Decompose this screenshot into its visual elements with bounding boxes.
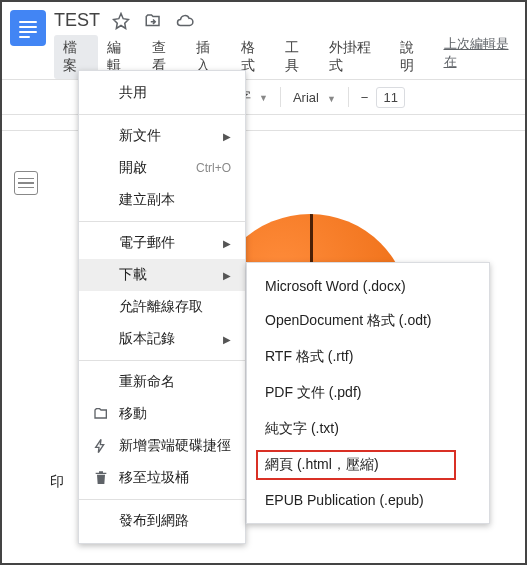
download-html[interactable]: 網頁 (.html，壓縮) [247,447,489,483]
menu-item-new[interactable]: 新文件▶ [79,120,245,152]
download-submenu: Microsoft Word (.docx) OpenDocument 格式 (… [246,262,490,524]
menu-item-offline[interactable]: 允許離線存取 [79,291,245,323]
menu-item-email[interactable]: 電子郵件▶ [79,227,245,259]
download-txt[interactable]: 純文字 (.txt) [247,411,489,447]
menu-item-publish[interactable]: 發布到網路 [79,505,245,537]
menu-item-move[interactable]: 移動 [79,398,245,430]
file-menu-dropdown: 共用 新文件▶ 開啟Ctrl+O 建立副本 電子郵件▶ 下載▶ 允許離線存取 版… [78,70,246,544]
download-rtf[interactable]: RTF 格式 (.rtf) [247,339,489,375]
font-size-input[interactable]: 11 [376,87,404,108]
download-docx[interactable]: Microsoft Word (.docx) [247,269,489,303]
move-icon[interactable] [144,12,162,30]
menu-tools[interactable]: 工具 [276,35,320,79]
document-title[interactable]: TEST [54,10,100,31]
menu-item-share[interactable]: 共用 [79,77,245,109]
menu-item-open[interactable]: 開啟Ctrl+O [79,152,245,184]
trash-icon [93,470,113,486]
download-epub[interactable]: EPUB Publication (.epub) [247,483,489,517]
download-pdf[interactable]: PDF 文件 (.pdf) [247,375,489,411]
star-icon[interactable] [112,12,130,30]
folder-move-icon [93,406,113,422]
last-edit-link[interactable]: 上次編輯是在 [444,35,518,79]
menu-item-trash[interactable]: 移至垃圾桶 [79,462,245,494]
menu-addons[interactable]: 外掛程式 [320,35,391,79]
menu-item-make-copy[interactable]: 建立副本 [79,184,245,216]
outline-icon[interactable] [14,171,38,195]
menu-item-download[interactable]: 下載▶ [79,259,245,291]
drive-shortcut-icon [93,438,113,454]
docs-logo[interactable] [10,10,46,46]
menu-help[interactable]: 說明 [391,35,435,79]
cloud-icon[interactable] [176,12,194,30]
menu-item-add-shortcut[interactable]: 新增雲端硬碟捷徑 [79,430,245,462]
menu-item-version-history[interactable]: 版本記錄▶ [79,323,245,355]
menu-item-rename[interactable]: 重新命名 [79,366,245,398]
font-selector[interactable]: Arial▼ [289,90,340,105]
download-odt[interactable]: OpenDocument 格式 (.odt) [247,303,489,339]
print-char: 印 [50,473,64,491]
font-size-decrease[interactable]: − [357,90,373,105]
